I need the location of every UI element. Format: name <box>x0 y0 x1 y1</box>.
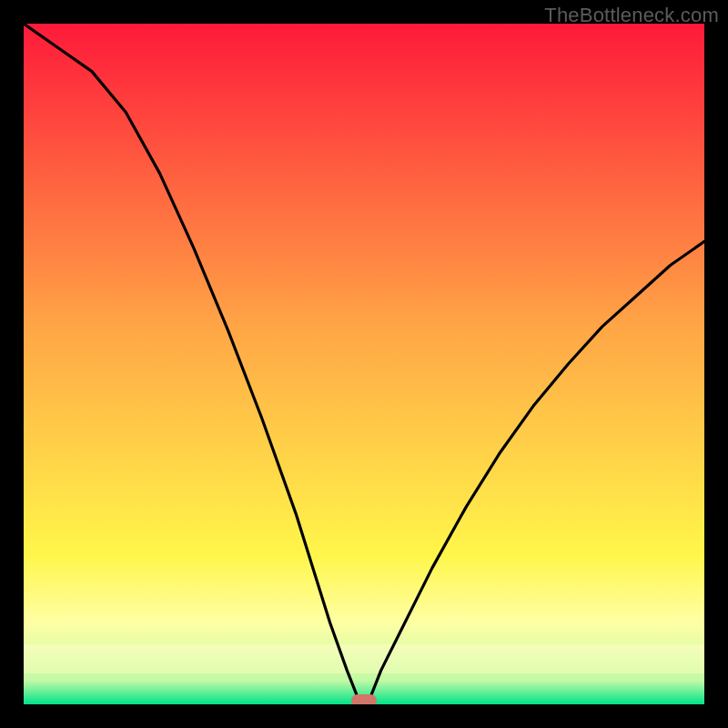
watermark-text: TheBottleneck.com <box>544 4 719 27</box>
chart-canvas: TheBottleneck.com <box>0 0 728 728</box>
bottleneck-curve <box>24 24 704 704</box>
minimum-marker <box>351 694 377 705</box>
plot-area <box>24 24 704 704</box>
